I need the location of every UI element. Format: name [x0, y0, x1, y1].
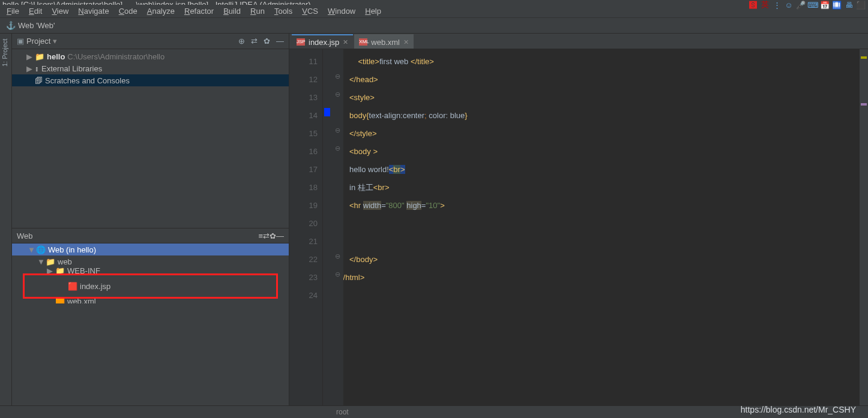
project-tree-row[interactable]: 🗐 Scratches and Consoles [12, 74, 289, 86]
project-tree-row[interactable]: ▶⫾ External Libraries [12, 62, 289, 74]
menu-tools[interactable]: Tools [270, 5, 297, 17]
nav-text: Web 'Web' [18, 21, 55, 30]
menu-code[interactable]: Code [115, 5, 142, 17]
scrollbar-info-marker [861, 103, 867, 106]
file-icon: JSP [297, 38, 305, 46]
editor-tab-web.xml[interactable]: XMLweb.xml✕ [354, 34, 414, 49]
web-panel-title: Web [17, 231, 33, 240]
code-area[interactable]: <title>first web </title> </head> <style… [343, 49, 860, 405]
file-icon: XML [359, 38, 367, 46]
tray-icon-4[interactable]: 🎤 [796, 0, 806, 10]
status-bar: root [0, 405, 868, 417]
scrollbar-warn-marker [861, 56, 867, 59]
tray-icon-5[interactable]: ⌨ [808, 0, 818, 10]
menu-bar: FileEditViewNavigateCodeAnalyzeRefactorB… [0, 5, 868, 18]
project-tree[interactable]: ▶📁 hello C:\Users\Administrator\hello▶⫾ … [12, 49, 289, 88]
menu-analyze[interactable]: Analyze [143, 5, 179, 17]
project-toolbar-icon-1[interactable]: ⇄ [251, 37, 258, 46]
dropdown-icon[interactable]: ▾ [53, 37, 57, 46]
tray-icon-2[interactable]: ⋮ [772, 0, 782, 10]
editor-tab-index.jsp[interactable]: JSPindex.jsp✕ [292, 34, 353, 49]
line-number-gutter: 1112131415161718192021222324 [289, 49, 323, 405]
web-tree-row[interactable]: 🟧 web.xml [12, 299, 289, 303]
project-tree-row[interactable]: ▶📁 hello C:\Users\Administrator\hello [12, 50, 289, 62]
watermark-text: https://blog.csdn.net/Mr_CSHY [741, 405, 856, 414]
title-bar: hello [C:\Users\Administrator\hello] - .… [0, 0, 868, 5]
title-text: hello [C:\Users\Administrator\hello] - .… [2, 0, 311, 5]
tray-icon-0[interactable]: 🆂 [748, 0, 758, 10]
project-toolbar-icon-2[interactable]: ✿ [264, 37, 270, 46]
menu-edit[interactable]: Edit [25, 5, 46, 17]
editor-area: JSPindex.jsp✕XMLweb.xml✕ 111213141516171… [289, 34, 868, 405]
web-toolbar-icon-1[interactable]: ⇄ [263, 231, 270, 240]
web-tree[interactable]: ▼🌐 Web (in hello)▼📁 web▶📁 WEB-INF🟥 index… [12, 243, 289, 303]
menu-window[interactable]: Window [324, 5, 360, 17]
web-tree-row[interactable]: ▶📁 WEB-INF [12, 267, 289, 273]
tray-icon-3[interactable]: ☺ [784, 0, 794, 10]
editor-scrollbar[interactable] [860, 49, 868, 405]
web-panel-header: Web ≡⇄✿— [12, 228, 289, 243]
project-icon: ▣ [17, 37, 24, 46]
tray-icon-9[interactable]: ⬛ [856, 0, 866, 10]
tray-icon-1[interactable]: 英 [760, 0, 770, 10]
web-tree-row[interactable]: ▼🌐 Web (in hello) [12, 243, 289, 255]
close-icon[interactable]: ✕ [403, 38, 409, 46]
anchor-icon: ⚓ [6, 21, 16, 30]
tray-icon-7[interactable]: 🛄 [832, 0, 842, 10]
menu-view[interactable]: View [47, 5, 73, 17]
menu-help[interactable]: Help [361, 5, 385, 17]
menu-build[interactable]: Build [219, 5, 245, 17]
change-gutter [323, 49, 331, 405]
tab-label: web.xml [371, 38, 400, 47]
web-toolbar-icon-0[interactable]: ≡ [258, 231, 263, 240]
tool-window-strip[interactable]: 1: Project [0, 34, 12, 405]
fold-gutter: ⊖⊖⊖⊖⊖⊖ [331, 49, 343, 405]
menu-run[interactable]: Run [246, 5, 269, 17]
system-tray-icons: 🆂英⋮☺🎤⌨📅🛄🖶⬛ [748, 0, 866, 10]
web-toolbar-icon-3[interactable]: — [276, 231, 284, 240]
menu-vcs[interactable]: VCS [298, 5, 322, 17]
web-toolbar-icon-2[interactable]: ✿ [270, 231, 276, 240]
menu-refactor[interactable]: Refactor [180, 5, 218, 17]
tab-label: index.jsp [309, 38, 339, 47]
breadcrumb-root[interactable]: root [336, 408, 349, 416]
tray-icon-6[interactable]: 📅 [820, 0, 830, 10]
menu-navigate[interactable]: Navigate [74, 5, 113, 17]
highlight-red-box: 🟥 index.jsp [23, 273, 278, 299]
menu-file[interactable]: File [2, 5, 23, 17]
left-side-panels: ▣ Project ▾ ⊕⇄✿— ▶📁 hello C:\Users\Admin… [12, 34, 289, 405]
close-icon[interactable]: ✕ [343, 38, 348, 46]
tray-icon-8[interactable]: 🖶 [844, 0, 854, 10]
project-panel-title: Project [26, 37, 50, 46]
editor-body[interactable]: 1112131415161718192021222324 ⊖⊖⊖⊖⊖⊖ <tit… [289, 49, 868, 405]
editor-tabs: JSPindex.jsp✕XMLweb.xml✕ [289, 34, 868, 49]
nav-bar: ⚓ Web 'Web' [0, 18, 868, 34]
project-toolbar-icon-0[interactable]: ⊕ [238, 37, 245, 46]
web-tree-row[interactable]: ▼📁 web [12, 255, 289, 267]
project-panel-header: ▣ Project ▾ ⊕⇄✿— [12, 34, 289, 49]
web-tree-row[interactable]: 🟥 index.jsp [25, 280, 276, 292]
project-tool-tab[interactable]: 1: Project [1, 39, 8, 67]
project-toolbar-icon-3[interactable]: — [276, 37, 284, 46]
